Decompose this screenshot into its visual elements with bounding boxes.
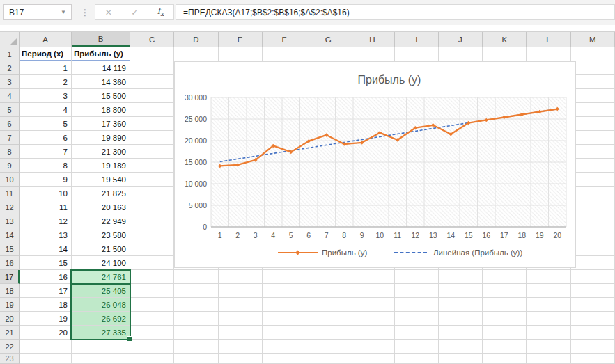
cancel-icon[interactable]: ✕ [105,8,112,17]
cell-J20[interactable] [439,312,483,326]
cell-D1[interactable] [174,47,218,61]
cell-E22[interactable] [219,340,263,354]
cell-L1[interactable] [527,47,570,61]
cell-M22[interactable] [571,340,615,354]
cell-B7[interactable]: 19 890 [72,131,130,145]
column-header-M[interactable]: M [571,32,615,47]
cell-A7[interactable]: 6 [20,131,72,145]
cell-E21[interactable] [219,326,263,340]
cell-A23[interactable] [20,354,72,364]
column-header-C[interactable]: C [130,32,174,47]
cell-F20[interactable] [263,312,306,326]
cell-A13[interactable]: 12 [20,214,72,228]
cell-F23[interactable] [263,354,306,364]
cell-C1[interactable] [130,47,174,61]
chart[interactable]: 05 00010 00015 00020 00025 00030 0001234… [174,61,576,268]
cell-C9[interactable] [130,159,174,173]
cell-H22[interactable] [350,340,394,354]
cell-B23[interactable] [72,354,130,364]
cell-C5[interactable] [130,103,174,117]
cell-A1[interactable]: Период (x) [20,47,72,61]
row-header-2[interactable]: 2 [0,61,20,75]
cell-G20[interactable] [306,312,350,326]
cell-A14[interactable]: 13 [20,228,72,242]
cell-I22[interactable] [395,340,439,354]
cell-A21[interactable]: 20 [20,326,72,340]
cell-B8[interactable]: 21 300 [72,145,130,159]
cell-A12[interactable]: 11 [20,200,72,214]
cell-C10[interactable] [130,173,174,187]
cell-I1[interactable] [395,47,439,61]
cell-E23[interactable] [219,354,263,364]
row-header-23[interactable]: 23 [0,354,20,364]
cell-B15[interactable]: 21 500 [72,242,130,256]
cell-G1[interactable] [306,47,350,61]
cell-M5[interactable] [571,103,615,117]
cell-A10[interactable]: 9 [20,173,72,187]
cell-A20[interactable]: 19 [20,312,72,326]
column-header-J[interactable]: J [439,32,483,47]
cell-C3[interactable] [130,75,174,89]
chart-legend[interactable]: Прибыль (y)Линейная (Прибыль (y)) [278,248,522,257]
formula-input[interactable]: =ПРЕДСКАЗ(A17;$B$2:$B$16;$A$2:$A$16) [176,4,615,20]
cell-M13[interactable] [571,214,615,228]
row-header-19[interactable]: 19 [0,298,20,312]
cell-J18[interactable] [439,284,483,298]
cell-I23[interactable] [395,354,439,364]
column-header-H[interactable]: H [350,32,394,47]
cell-C11[interactable] [130,187,174,200]
column-header-A[interactable]: A [20,32,72,47]
cell-I18[interactable] [395,284,439,298]
row-header-18[interactable]: 18 [0,284,20,298]
row-header-20[interactable]: 20 [0,312,20,326]
row-header-12[interactable]: 12 [0,200,20,214]
cell-A5[interactable]: 4 [20,103,72,117]
cell-C13[interactable] [130,214,174,228]
row-header-17[interactable]: 17 [0,270,20,284]
chart-title[interactable]: Прибыль (y) [358,74,421,86]
insert-function-icon[interactable]: fx [157,6,164,17]
cell-J22[interactable] [439,340,483,354]
cell-A16[interactable]: 15 [20,256,72,270]
row-header-15[interactable]: 15 [0,242,20,256]
cell-M10[interactable] [571,173,615,187]
cell-M7[interactable] [571,131,615,145]
cell-D23[interactable] [174,354,218,364]
cell-L22[interactable] [527,340,570,354]
cell-G21[interactable] [306,326,350,340]
cell-B16[interactable]: 24 100 [72,256,130,270]
cell-G23[interactable] [306,354,350,364]
cell-A2[interactable]: 1 [20,61,72,75]
cell-A15[interactable]: 14 [20,242,72,256]
cell-H20[interactable] [350,312,394,326]
row-header-8[interactable]: 8 [0,145,20,159]
cell-B17[interactable]: 24 761 [72,270,130,284]
cell-L20[interactable] [527,312,570,326]
cell-D22[interactable] [174,340,218,354]
cell-H19[interactable] [350,298,394,312]
cell-C20[interactable] [130,312,174,326]
cell-L19[interactable] [527,298,570,312]
row-header-10[interactable]: 10 [0,173,20,187]
cell-M3[interactable] [571,75,615,89]
cell-K23[interactable] [483,354,527,364]
cell-K22[interactable] [483,340,527,354]
row-header-9[interactable]: 9 [0,159,20,173]
cell-G18[interactable] [306,284,350,298]
cell-I17[interactable] [395,270,439,284]
column-header-D[interactable]: D [174,32,218,47]
cell-F18[interactable] [263,284,306,298]
column-header-B[interactable]: B [72,32,130,47]
row-header-4[interactable]: 4 [0,89,20,103]
row-header-13[interactable]: 13 [0,214,20,228]
cell-A8[interactable]: 7 [20,145,72,159]
cell-M12[interactable] [571,200,615,214]
cell-C4[interactable] [130,89,174,103]
cell-F17[interactable] [263,270,306,284]
cell-B4[interactable]: 15 500 [72,89,130,103]
cell-M20[interactable] [571,312,615,326]
row-header-7[interactable]: 7 [0,131,20,145]
cell-C16[interactable] [130,256,174,270]
cell-K20[interactable] [483,312,527,326]
cell-M23[interactable] [571,354,615,364]
